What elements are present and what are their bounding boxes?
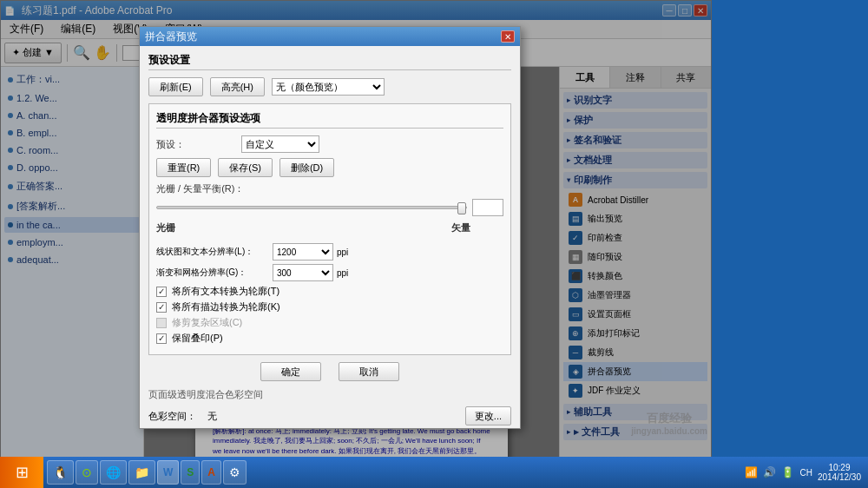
cancel-button[interactable]: 取消 xyxy=(339,362,399,381)
word-icon: W xyxy=(163,466,173,478)
taskbar-right: 📶 🔊 🔋 CH 10:29 2014/12/30 xyxy=(738,463,868,482)
highlight-select[interactable]: 无（颜色预览） xyxy=(272,78,385,96)
refresh-button[interactable]: 刷新(E) xyxy=(148,77,203,96)
check2-label: 将所有描边转换为轮廓(K) xyxy=(172,300,280,313)
wifi-icon: 🔊 xyxy=(763,466,776,478)
start-icon: ⊞ xyxy=(16,463,29,482)
taskbar-app-html[interactable]: S xyxy=(181,460,200,485)
check3-label: 修剪复杂区域(C) xyxy=(172,316,242,329)
preset-buttons-row: 刷新(E) 高亮(H) 无（颜色预览） xyxy=(148,77,511,96)
dialog-title-text: 拼合器预览 xyxy=(145,30,501,44)
check4-row: ✓ 保留叠印(P) xyxy=(156,332,503,345)
qq-icon: 🐧 xyxy=(53,465,68,479)
check1-row: ✓ 将所有文本转换为轮廓(T) xyxy=(156,285,503,298)
taskbar: ⊞ 🐧 ⊙ 🌐 📁 W S A ⚙ 📶 🔊 🔋 CH xyxy=(0,457,868,488)
vector-header: 矢量 xyxy=(451,221,503,234)
color-space-row: 色彩空间： 无 更改... xyxy=(148,406,511,425)
clock-date: 2014/12/30 xyxy=(818,472,861,482)
clock: 10:29 2014/12/30 xyxy=(818,463,861,482)
clock-time: 10:29 xyxy=(828,463,850,472)
taskbar-app-word[interactable]: W xyxy=(157,460,179,485)
slider-track[interactable] xyxy=(156,206,467,209)
reset-button[interactable]: 重置(R) xyxy=(156,158,211,177)
dialog-body: 预设设置 刷新(E) 高亮(H) 无（颜色预览） 透明度拼合器预设选项 预设： … xyxy=(140,46,520,428)
gradient-res-select[interactable]: 300 xyxy=(273,264,333,281)
check3-row: 修剪复杂区域(C) xyxy=(156,316,503,329)
taskbar-app-qq[interactable]: 🐧 xyxy=(47,460,74,485)
raster-header: 光栅 xyxy=(156,221,208,234)
taskbar-app-acrobat[interactable]: A xyxy=(201,460,221,485)
gradient-res-unit: ppi xyxy=(337,268,348,278)
dialog-title-bar: 拼合器预览 ✕ xyxy=(140,27,520,46)
check2-checkbox[interactable]: ✓ xyxy=(156,302,167,313)
360-icon: ⊙ xyxy=(82,465,92,479)
gradient-res-row: 渐变和网格分辨率(G)： 300 ppi xyxy=(156,264,503,281)
extra-icon: ⚙ xyxy=(229,465,240,479)
taskbar-apps: 🐧 ⊙ 🌐 📁 W S A ⚙ xyxy=(43,460,738,485)
color-change-button[interactable]: 更改... xyxy=(465,406,511,425)
slider-label: 光栅 / 矢量平衡(R)： xyxy=(156,182,503,195)
network-icon: 📶 xyxy=(745,466,758,478)
keyboard-icon: CH xyxy=(799,468,812,478)
check2-row: ✓ 将所有描边转换为轮廓(K) xyxy=(156,300,503,313)
taskbar-app-explorer[interactable]: 📁 xyxy=(128,460,155,485)
dialog-close-button[interactable]: ✕ xyxy=(501,30,515,43)
check3-checkbox xyxy=(156,318,167,328)
slider-thumb[interactable] xyxy=(457,202,466,214)
preset-select-row: 预设： 自定义 xyxy=(156,135,503,153)
preset-action-row: 重置(R) 保存(S) 删除(D) xyxy=(156,158,503,177)
check4-checkbox[interactable]: ✓ xyxy=(156,333,167,344)
explorer-icon: 📁 xyxy=(135,465,149,479)
start-button[interactable]: ⊞ xyxy=(0,457,43,488)
browser-icon: 🌐 xyxy=(106,465,121,479)
delete-button[interactable]: 删除(D) xyxy=(279,158,334,177)
acrobat-icon: A xyxy=(207,466,215,478)
flatten-dialog: 拼合器预览 ✕ 预设设置 刷新(E) 高亮(H) 无（颜色预览） 透明度拼合器预… xyxy=(139,26,521,429)
preset-section-header: 预设设置 xyxy=(148,53,511,70)
line-res-unit: ppi xyxy=(337,247,348,257)
page-section-label: 页面级透明度混合色彩空间 xyxy=(148,388,511,401)
html-icon: S xyxy=(187,466,194,478)
preset-label: 预设： xyxy=(156,138,234,151)
slider-value-input[interactable]: 100 xyxy=(472,199,503,216)
line-res-label: 线状图和文本分辨率(L)： xyxy=(156,246,269,258)
taskbar-app-browser[interactable]: 🌐 xyxy=(100,460,127,485)
transparency-section-header: 透明度拼合器预设选项 xyxy=(156,111,503,129)
resolution-subsection: 光栅 矢量 xyxy=(156,221,503,238)
line-res-row: 线状图和文本分辨率(L)： 1200 ppi xyxy=(156,243,503,260)
preset-select[interactable]: 自定义 xyxy=(241,135,319,153)
color-space-label: 色彩空间： xyxy=(148,410,201,423)
slider-section: 光栅 / 矢量平衡(R)： 100 xyxy=(156,182,503,216)
color-space-value: 无 xyxy=(207,410,458,423)
check1-checkbox[interactable]: ✓ xyxy=(156,287,167,297)
line-res-select[interactable]: 1200 xyxy=(273,243,333,260)
battery-icon: 🔋 xyxy=(781,466,794,478)
ok-button[interactable]: 确定 xyxy=(260,362,321,381)
gradient-res-label: 渐变和网格分辨率(G)： xyxy=(156,267,269,279)
highlight-button[interactable]: 高亮(H) xyxy=(210,77,265,96)
taskbar-app-extra[interactable]: ⚙ xyxy=(223,460,247,485)
check1-label: 将所有文本转换为轮廓(T) xyxy=(172,285,279,298)
check4-label: 保留叠印(P) xyxy=(172,332,223,345)
taskbar-app-360[interactable]: ⊙ xyxy=(76,460,98,485)
slider-row: 100 xyxy=(156,199,503,216)
save-button[interactable]: 保存(S) xyxy=(218,158,273,177)
dialog-action-buttons: 确定 取消 xyxy=(148,362,511,381)
